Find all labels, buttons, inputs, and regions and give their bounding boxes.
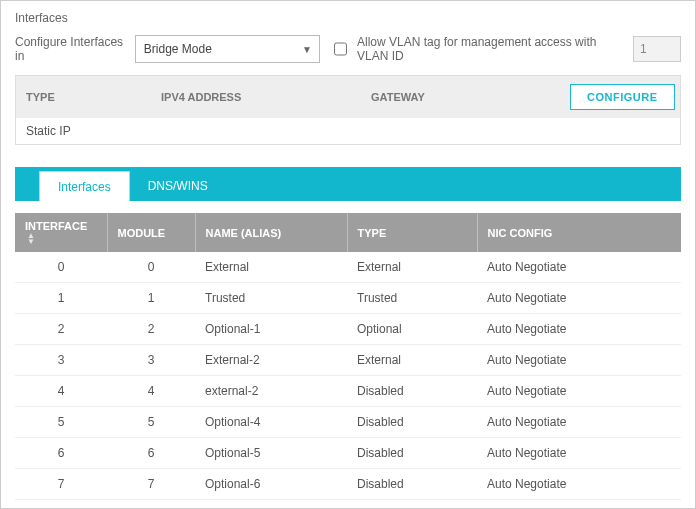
th-type[interactable]: TYPE xyxy=(347,213,477,252)
cell-name: Optional-4 xyxy=(195,407,347,438)
tab-dns-wins[interactable]: DNS/WINS xyxy=(130,171,226,201)
cell-interface: 0 xyxy=(15,252,107,283)
cell-name: Optional-5 xyxy=(195,438,347,469)
sort-icon: ▲▼ xyxy=(27,233,35,245)
section-title: Interfaces xyxy=(15,11,681,25)
cell-type: Disabled xyxy=(347,407,477,438)
cell-module: 5 xyxy=(107,407,195,438)
summary-col-action: CONFIGURE xyxy=(570,84,680,110)
cell-nic: Auto Negotiate xyxy=(477,345,681,376)
cell-interface: 5 xyxy=(15,407,107,438)
cell-interface: 2 xyxy=(15,314,107,345)
tab-interfaces[interactable]: Interfaces xyxy=(39,171,130,201)
vlan-checkbox[interactable] xyxy=(334,42,347,56)
cell-nic: Auto Negotiate xyxy=(477,283,681,314)
cell-type: Disabled xyxy=(347,469,477,500)
cell-module: 6 xyxy=(107,438,195,469)
mode-select-wrap[interactable]: Bridge Mode ▼ xyxy=(135,35,320,63)
cell-name: External-2 xyxy=(195,345,347,376)
cell-interface: 7 xyxy=(15,469,107,500)
th-interface[interactable]: INTERFACE ▲▼ xyxy=(15,213,107,252)
th-module[interactable]: MODULE xyxy=(107,213,195,252)
cell-type: External xyxy=(347,252,477,283)
cell-name: Optional-6 xyxy=(195,469,347,500)
summary-col-type: TYPE xyxy=(16,91,161,103)
cell-interface: 1 xyxy=(15,283,107,314)
config-label: Configure Interfaces in xyxy=(15,35,127,63)
summary-table: TYPE IPV4 ADDRESS GATEWAY CONFIGURE Stat… xyxy=(15,75,681,145)
cell-module: 2 xyxy=(107,314,195,345)
cell-type: Trusted xyxy=(347,283,477,314)
vlan-id-field[interactable] xyxy=(633,36,681,62)
cell-interface: 3 xyxy=(15,345,107,376)
vlan-checkbox-label: Allow VLAN tag for management access wit… xyxy=(357,35,625,63)
cell-name: External xyxy=(195,252,347,283)
cell-module: 0 xyxy=(107,252,195,283)
cell-nic: Auto Negotiate xyxy=(477,376,681,407)
cell-interface: 4 xyxy=(15,376,107,407)
table-row[interactable]: 00ExternalExternalAuto Negotiate xyxy=(15,252,681,283)
summary-col-ipv4: IPV4 ADDRESS xyxy=(161,91,371,103)
cell-type: External xyxy=(347,345,477,376)
th-name[interactable]: NAME (ALIAS) xyxy=(195,213,347,252)
cell-module: 1 xyxy=(107,283,195,314)
config-row: Configure Interfaces in Bridge Mode ▼ Al… xyxy=(15,35,681,63)
table-header-row: INTERFACE ▲▼ MODULE NAME (ALIAS) TYPE NI… xyxy=(15,213,681,252)
cell-nic: Auto Negotiate xyxy=(477,407,681,438)
summary-col-gateway: GATEWAY xyxy=(371,91,570,103)
cell-module: 4 xyxy=(107,376,195,407)
cell-nic: Auto Negotiate xyxy=(477,252,681,283)
table-row[interactable]: 11TrustedTrustedAuto Negotiate xyxy=(15,283,681,314)
cell-nic: Auto Negotiate xyxy=(477,469,681,500)
interfaces-panel: Interfaces Configure Interfaces in Bridg… xyxy=(0,0,696,509)
cell-interface: 6 xyxy=(15,438,107,469)
table-row[interactable]: 55Optional-4DisabledAuto Negotiate xyxy=(15,407,681,438)
configure-button[interactable]: CONFIGURE xyxy=(570,84,675,110)
cell-module: 3 xyxy=(107,345,195,376)
mode-select[interactable]: Bridge Mode xyxy=(135,35,320,63)
summary-row: Static IP xyxy=(16,118,680,144)
table-row[interactable]: 44external-2DisabledAuto Negotiate xyxy=(15,376,681,407)
table-row[interactable]: 33External-2ExternalAuto Negotiate xyxy=(15,345,681,376)
cell-name: Optional-1 xyxy=(195,314,347,345)
interfaces-table: INTERFACE ▲▼ MODULE NAME (ALIAS) TYPE NI… xyxy=(15,213,681,500)
cell-name: external-2 xyxy=(195,376,347,407)
table-row[interactable]: 77Optional-6DisabledAuto Negotiate xyxy=(15,469,681,500)
table-row[interactable]: 22Optional-1OptionalAuto Negotiate xyxy=(15,314,681,345)
summary-header: TYPE IPV4 ADDRESS GATEWAY CONFIGURE xyxy=(16,76,680,118)
cell-nic: Auto Negotiate xyxy=(477,314,681,345)
summary-type-value: Static IP xyxy=(16,124,161,138)
cell-name: Trusted xyxy=(195,283,347,314)
table-row[interactable]: 66Optional-5DisabledAuto Negotiate xyxy=(15,438,681,469)
cell-nic: Auto Negotiate xyxy=(477,438,681,469)
cell-type: Disabled xyxy=(347,438,477,469)
cell-module: 7 xyxy=(107,469,195,500)
cell-type: Optional xyxy=(347,314,477,345)
tabs-bar: Interfaces DNS/WINS xyxy=(15,167,681,201)
cell-type: Disabled xyxy=(347,376,477,407)
th-nic[interactable]: NIC CONFIG xyxy=(477,213,681,252)
